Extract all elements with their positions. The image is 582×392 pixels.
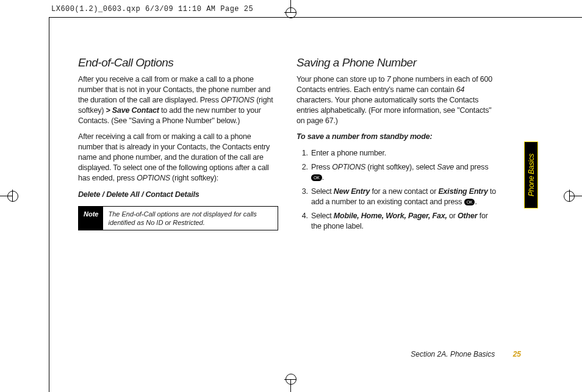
crop-mark <box>564 191 575 202</box>
left-column: End-of-Call Options After you receive a … <box>78 56 278 235</box>
step-2: Press OPTIONS (right softkey), select Sa… <box>310 162 497 183</box>
steps-list: Enter a phone number. Press OPTIONS (rig… <box>296 148 497 231</box>
trim-line <box>49 17 582 18</box>
trim-line <box>49 17 49 392</box>
heading-end-of-call: End-of-Call Options <box>78 56 278 69</box>
procedure-heading: To save a number from standby mode: <box>296 132 497 142</box>
options-list: Delete / Delete All / Contact Details <box>78 190 278 200</box>
step-3: Select New Entry for a new contact or Ex… <box>310 187 497 207</box>
note-text: The End-of-Call options are not displaye… <box>103 207 278 230</box>
ok-key-icon: OK <box>464 199 475 205</box>
note-label: Note <box>79 207 103 230</box>
page-footer: Section 2A. Phone Basics 25 <box>411 350 521 358</box>
ok-key-icon: OK <box>311 174 322 181</box>
body-text: After receiving a call from or making a … <box>78 132 278 183</box>
step-4: Select Mobile, Home, Work, Pager, Fax, o… <box>310 211 497 232</box>
body-text: Your phone can store up to 7 phone numbe… <box>296 74 497 126</box>
step-1: Enter a phone number. <box>310 148 497 159</box>
crop-mark <box>286 374 296 385</box>
note-box: Note The End-of-Call options are not dis… <box>78 206 278 231</box>
right-column: Saving a Phone Number Your phone can sto… <box>296 56 497 235</box>
crop-mark <box>7 191 18 202</box>
side-tab-phone-basics: Phone Basics <box>524 141 538 208</box>
heading-saving-number: Saving a Phone Number <box>296 56 497 69</box>
body-text: After you receive a call from or make a … <box>78 74 278 126</box>
section-label: Section 2A. Phone Basics <box>411 350 495 358</box>
print-slug: LX600(1.2)_0603.qxp 6/3/09 11:10 AM Page… <box>51 5 253 13</box>
page-number: 25 <box>513 350 521 358</box>
